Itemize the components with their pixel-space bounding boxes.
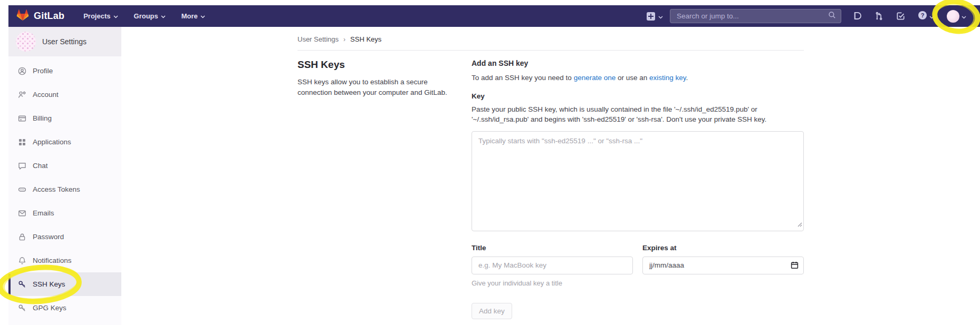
search-input[interactable] [677, 12, 828, 20]
ssh-key-textarea[interactable] [472, 131, 804, 231]
sidebar-item-emails[interactable]: Emails [8, 201, 121, 225]
key-help-text: Paste your public SSH key, which is usua… [472, 105, 788, 125]
merge-request-icon[interactable] [875, 12, 883, 21]
settings-sidebar: User Settings Profile Account Billing Ap… [8, 27, 121, 325]
help-menu[interactable]: ? [918, 11, 934, 22]
plus-icon [647, 12, 655, 21]
chevron-down-icon [962, 12, 966, 21]
user-avatar-menu[interactable] [947, 10, 966, 23]
search-icon [828, 11, 836, 21]
chevron-down-icon [113, 12, 118, 20]
breadcrumb-separator-icon: › [343, 36, 345, 43]
page-description: SSH keys allow you to establish a secure… [297, 77, 450, 97]
sidebar-item-gpg-keys[interactable]: GPG Keys [8, 296, 121, 320]
gitlab-logo[interactable]: GitLab [16, 8, 64, 24]
sidebar-item-password[interactable]: Password [8, 225, 121, 249]
sidebar-item-notifications[interactable]: Notifications [8, 249, 121, 272]
grid-icon [18, 138, 26, 146]
nav-menu-groups[interactable]: Groups [134, 12, 166, 20]
resize-handle-icon[interactable] [798, 220, 802, 229]
sidebar-item-billing[interactable]: Billing [8, 106, 121, 130]
existing-key-link[interactable]: existing key [649, 74, 686, 82]
breadcrumb-current: SSH Keys [350, 35, 381, 43]
main-content: User Settings › SSH Keys SSH Keys SSH ke… [121, 27, 980, 325]
sidebar-item-chat[interactable]: Chat [8, 154, 121, 178]
sidebar-item-access-tokens[interactable]: Access Tokens [8, 178, 121, 201]
avatar [947, 10, 959, 23]
title-helper-text: Give your individual key a title [472, 279, 633, 287]
key-icon [18, 280, 26, 289]
todo-icon[interactable] [896, 12, 905, 21]
user-avatar [16, 32, 36, 52]
key-icon [18, 304, 26, 312]
key-label: Key [472, 92, 804, 100]
sidebar-item-profile[interactable]: Profile [8, 59, 121, 83]
chevron-down-icon [658, 12, 663, 21]
add-ssh-key-heading: Add an SSH key [472, 59, 804, 67]
generate-one-link[interactable]: generate one [574, 74, 616, 82]
breadcrumb: User Settings › SSH Keys [297, 27, 804, 51]
question-icon: ? [918, 11, 927, 22]
expires-at-label: Expires at [642, 244, 804, 252]
user-icon [18, 67, 26, 75]
key-title-input[interactable] [472, 257, 633, 274]
title-label: Title [472, 244, 633, 252]
bell-icon [18, 257, 26, 265]
sidebar-title: User Settings [42, 37, 87, 46]
sidebar-item-ssh-keys[interactable]: SSH Keys [8, 272, 121, 296]
add-ssh-key-intro: To add an SSH key you need to generate o… [472, 74, 804, 82]
breadcrumb-user-settings[interactable]: User Settings [297, 35, 339, 43]
nav-menu-more[interactable]: More [181, 12, 205, 20]
svg-text:?: ? [921, 12, 925, 18]
token-icon [18, 185, 26, 194]
credit-card-icon [18, 114, 26, 123]
chevron-down-icon [200, 12, 205, 20]
chevron-down-icon [161, 12, 166, 20]
lock-icon [18, 233, 26, 241]
chevron-down-icon [929, 12, 934, 21]
primary-nav: Projects Groups More [83, 12, 205, 20]
user-gear-icon [18, 91, 26, 99]
expires-at-date-input[interactable] [642, 257, 804, 274]
nav-menu-projects[interactable]: Projects [83, 12, 118, 20]
issues-icon[interactable] [853, 12, 862, 21]
sidebar-item-applications[interactable]: Applications [8, 130, 121, 154]
tanuki-icon [16, 8, 30, 24]
top-navbar: GitLab Projects Groups More [8, 5, 980, 27]
chat-bubble-icon [18, 162, 26, 170]
brand-name: GitLab [34, 11, 64, 22]
envelope-icon [18, 209, 26, 218]
sidebar-header: User Settings [8, 27, 121, 56]
sidebar-item-account[interactable]: Account [8, 83, 121, 106]
add-key-button[interactable]: Add key [472, 303, 512, 319]
new-item-dropdown[interactable] [647, 12, 663, 21]
page-title: SSH Keys [297, 59, 450, 71]
global-search[interactable] [670, 9, 841, 23]
